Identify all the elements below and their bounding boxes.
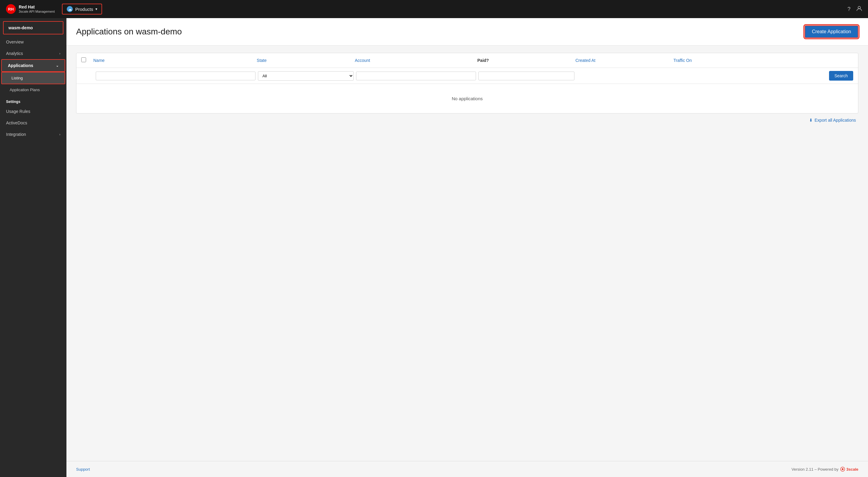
applications-table: Name State Account Paid? Created At Traf… xyxy=(76,53,858,114)
main-content: Applications on wasm-demo Create Applica… xyxy=(66,18,868,477)
export-icon: ⬇ xyxy=(809,118,813,123)
brand-subtitle: 3scale API Management xyxy=(19,10,55,13)
empty-state-message: No applications xyxy=(76,84,858,113)
state-filter-select[interactable]: All Live Suspended xyxy=(258,71,354,81)
layout: wasm-demo Overview Analytics › Applicati… xyxy=(0,18,868,477)
svg-point-2 xyxy=(858,6,861,9)
footer-right: Version 2.11 – Powered by 3scale xyxy=(792,467,858,472)
top-navigation: RH Red Hat 3scale API Management Product… xyxy=(0,0,868,18)
sidebar-item-applications[interactable]: Applications ⌄ xyxy=(1,59,65,72)
brand-name: Red Hat xyxy=(19,4,55,10)
products-button[interactable]: Products ▾ xyxy=(62,4,102,14)
brand: RH Red Hat 3scale API Management xyxy=(6,4,55,14)
chevron-right-icon: › xyxy=(59,132,60,136)
footer: Support Version 2.11 – Powered by 3scale xyxy=(66,461,868,477)
products-cloud-icon xyxy=(67,6,73,12)
col-header-created-at[interactable]: Created At xyxy=(575,58,674,63)
user-icon[interactable] xyxy=(857,6,862,13)
nav-right: ? xyxy=(847,6,862,13)
table-header-row: Name State Account Paid? Created At Traf… xyxy=(76,53,858,68)
page-header: Applications on wasm-demo Create Applica… xyxy=(66,18,868,45)
sidebar-item-label: Usage Rules xyxy=(6,109,30,114)
search-button[interactable]: Search xyxy=(829,71,853,81)
powered-by-name: 3scale xyxy=(846,467,858,472)
sidebar-item-label: Analytics xyxy=(6,51,23,56)
sidebar-item-activedocs[interactable]: ActiveDocs xyxy=(0,117,66,129)
products-label: Products xyxy=(75,7,93,12)
select-all-checkbox[interactable] xyxy=(81,57,86,62)
sidebar-item-label: ActiveDocs xyxy=(6,121,27,125)
sidebar-item-label: Applications xyxy=(8,63,33,68)
select-all-checkbox-cell xyxy=(81,57,93,63)
col-header-account[interactable]: Account xyxy=(355,58,477,63)
version-text: Version 2.11 – Powered by xyxy=(792,467,838,472)
account-filter-input[interactable] xyxy=(356,71,476,80)
sidebar-item-label: Overview xyxy=(6,39,24,44)
settings-section-label: Settings xyxy=(0,95,66,106)
sidebar-item-overview[interactable]: Overview xyxy=(0,36,66,48)
sidebar-item-analytics[interactable]: Analytics › xyxy=(0,48,66,59)
sidebar-item-application-plans[interactable]: Application Plans xyxy=(0,84,66,95)
threescale-logo: 3scale xyxy=(840,467,858,472)
sidebar: wasm-demo Overview Analytics › Applicati… xyxy=(0,18,66,477)
sidebar-item-label: Integration xyxy=(6,132,26,137)
brand-logo: RH xyxy=(6,4,16,14)
nav-left: RH Red Hat 3scale API Management Product… xyxy=(6,4,102,14)
chevron-down-icon: ▾ xyxy=(95,7,97,11)
export-label: Export all Applications xyxy=(814,118,856,123)
col-header-paid: Paid? xyxy=(477,58,576,63)
sidebar-item-listing[interactable]: Listing xyxy=(1,72,65,84)
col-header-name[interactable]: Name xyxy=(93,58,257,63)
sidebar-item-integration[interactable]: Integration › xyxy=(0,129,66,140)
name-filter-input[interactable] xyxy=(96,71,255,80)
help-icon[interactable]: ? xyxy=(847,6,850,12)
export-all-applications-link[interactable]: ⬇ Export all Applications xyxy=(809,118,856,123)
col-header-state[interactable]: State xyxy=(257,58,355,63)
content-area: Name State Account Paid? Created At Traf… xyxy=(66,45,868,461)
brand-text: Red Hat 3scale API Management xyxy=(19,4,55,13)
paid-filter-input[interactable] xyxy=(478,71,574,80)
chevron-right-icon: › xyxy=(59,52,60,55)
sidebar-item-label: Listing xyxy=(11,76,23,80)
filter-row: All Live Suspended Search xyxy=(76,68,858,84)
svg-text:RH: RH xyxy=(8,7,14,11)
svg-point-4 xyxy=(842,468,843,470)
support-link[interactable]: Support xyxy=(76,467,90,472)
create-application-button[interactable]: Create Application xyxy=(805,25,858,38)
chevron-down-icon: ⌄ xyxy=(56,64,59,68)
sidebar-item-label: Application Plans xyxy=(10,88,40,92)
export-row: ⬇ Export all Applications xyxy=(76,114,858,123)
page-title: Applications on wasm-demo xyxy=(76,27,182,36)
col-header-traffic-on[interactable]: Traffic On xyxy=(674,58,772,63)
sidebar-item-usage-rules[interactable]: Usage Rules xyxy=(0,106,66,117)
sidebar-tenant[interactable]: wasm-demo xyxy=(3,21,63,34)
